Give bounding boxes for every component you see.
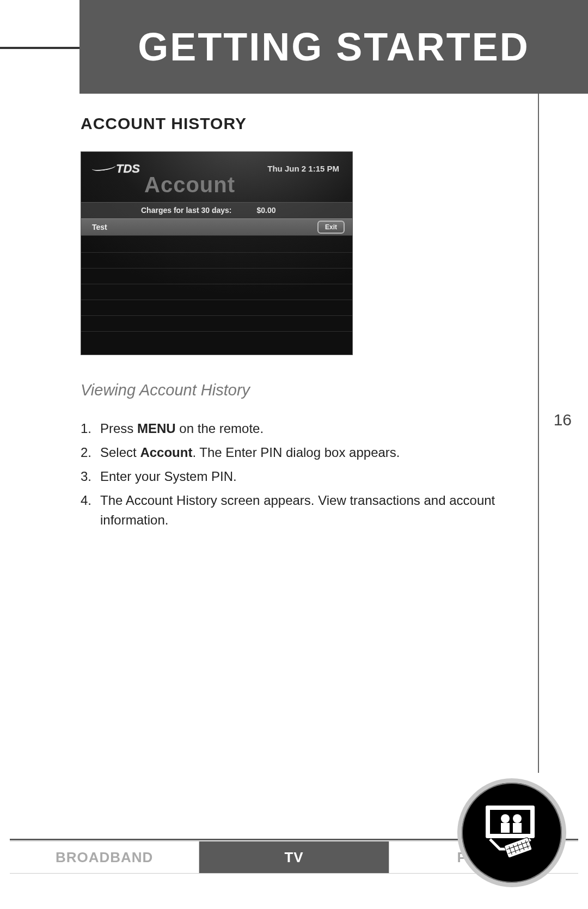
vertical-divider xyxy=(538,94,539,773)
svg-rect-3 xyxy=(501,823,510,833)
screenshot-datetime: Thu Jun 2 1:15 PM xyxy=(267,164,339,173)
screenshot-account-history: TDS Thu Jun 2 1:15 PM Account Charges fo… xyxy=(81,151,353,355)
step-2: Select Account. The Enter PIN dialog box… xyxy=(81,443,523,462)
steps-list: Press MENU on the remote. Select Account… xyxy=(81,419,523,530)
svg-point-4 xyxy=(513,814,522,823)
screenshot-exit-button: Exit xyxy=(317,221,345,234)
screenshot-row-test: Test Exit xyxy=(81,218,352,236)
page-number: 16 xyxy=(554,411,572,429)
tds-logo: TDS xyxy=(92,162,140,176)
screenshot-charges-bar: Charges for last 30 days: $0.00 xyxy=(81,202,352,218)
step-3: Enter your System PIN. xyxy=(81,467,523,486)
svg-rect-1 xyxy=(490,810,530,834)
step-1: Press MENU on the remote. xyxy=(81,419,523,438)
step-4: The Account History screen appears. View… xyxy=(81,491,523,530)
svg-rect-5 xyxy=(513,823,522,833)
screenshot-charges-label: Charges for last 30 days: xyxy=(141,206,232,215)
page-title: GETTING STARTED xyxy=(138,25,530,69)
svg-point-2 xyxy=(501,814,510,823)
screenshot-row1-label: Test xyxy=(92,223,107,231)
footer-tab-broadband: BROADBAND xyxy=(10,841,199,873)
tv-people-remote-icon xyxy=(457,778,566,887)
screenshot-charges-amount: $0.00 xyxy=(257,206,276,215)
content-area: ACCOUNT HISTORY TDS Thu Jun 2 1:15 PM Ac… xyxy=(81,114,523,534)
header-side-rule xyxy=(0,47,79,49)
tds-logo-text: TDS xyxy=(116,162,140,175)
footer-tab-tv: TV xyxy=(199,841,388,873)
screenshot-title: Account xyxy=(144,173,235,197)
screenshot-empty-rows xyxy=(81,237,352,347)
header-band: GETTING STARTED xyxy=(79,0,588,94)
section-heading: ACCOUNT HISTORY xyxy=(81,114,523,133)
subheading: Viewing Account History xyxy=(81,381,523,399)
